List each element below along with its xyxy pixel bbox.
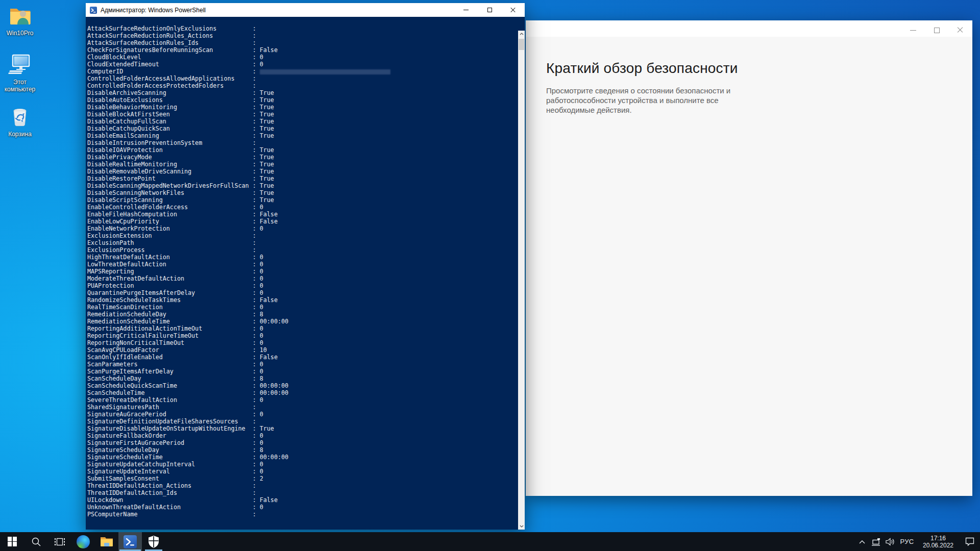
scrollbar-thumb[interactable]	[519, 39, 524, 50]
file-explorer-icon	[100, 536, 113, 547]
console-line: DisableArchiveScanning : True	[87, 89, 518, 96]
user-folder-icon	[8, 4, 32, 29]
tray-volume-button[interactable]	[883, 532, 897, 551]
console-line: HighThreatDefaultAction : 0	[87, 254, 518, 261]
task-view-icon	[54, 537, 65, 546]
console-line: RealTimeScanDirection : 0	[87, 304, 518, 311]
console-line: SignatureDefinitionUpdateFileSharesSourc…	[87, 418, 518, 425]
console-line: ExclusionExtension :	[87, 232, 518, 239]
window-title: Администратор: Windows PowerShell	[101, 7, 206, 14]
console-line: ScanParameters : 0	[87, 361, 518, 368]
powershell-icon	[124, 535, 137, 548]
powershell-titlebar[interactable]: Администратор: Windows PowerShell	[86, 3, 525, 17]
taskbar-edge-button[interactable]	[71, 532, 95, 551]
powershell-console[interactable]: AttackSurfaceReductionOnlyExclusions :At…	[86, 17, 525, 530]
security-close-button[interactable]	[952, 24, 968, 36]
computer-icon	[8, 53, 32, 78]
console-line: SignatureDisableUpdateOnStartupWithoutEn…	[87, 425, 518, 432]
powershell-minimize-button[interactable]	[454, 3, 478, 17]
console-line: SignatureUpdateCatchupInterval : 0	[87, 461, 518, 468]
tray-language-indicator[interactable]: РУС	[897, 532, 917, 551]
security-maximize-button[interactable]	[928, 24, 945, 36]
powershell-icon	[90, 7, 97, 14]
console-line: ComputerID :	[87, 68, 518, 75]
console-line: CheckForSignaturesBeforeRunningScan : Fa…	[87, 46, 518, 54]
console-line: AttackSurfaceReductionRules_Actions :	[87, 32, 518, 39]
windows-security-shield-icon	[148, 535, 160, 548]
desktop-icon-label: Win10Pro	[0, 30, 40, 37]
security-minimize-button[interactable]	[905, 24, 921, 36]
console-line: DisableBehaviorMonitoring : True	[87, 104, 518, 111]
console-line: SignatureUpdateInterval : 0	[87, 468, 518, 475]
console-line: PUAProtection : 0	[87, 282, 518, 289]
console-line: DisableRealtimeMonitoring : True	[87, 161, 518, 168]
console-line: EnableLowCpuPriority : False	[87, 218, 518, 225]
console-line: UILockdown : False	[87, 496, 518, 504]
console-line: DisableScriptScanning : True	[87, 196, 518, 204]
console-line: ReportingCriticalFailureTimeOut : 0	[87, 332, 518, 339]
console-scrollbar[interactable]	[518, 31, 525, 530]
console-line: SubmitSamplesConsent : 2	[87, 475, 518, 482]
console-line: SignatureScheduleDay : 8	[87, 446, 518, 454]
console-line: ReportingNonCriticalTimeOut : 0	[87, 339, 518, 346]
console-line: ControlledFolderAccessProtectedFolders :	[87, 82, 518, 89]
tray-time: 17:16	[930, 535, 946, 542]
powershell-close-button[interactable]	[501, 3, 525, 17]
desktop-icon-win10pro[interactable]: Win10Pro	[0, 4, 40, 37]
console-line: UnknownThreatDefaultAction : 0	[87, 504, 518, 511]
taskbar-windows-security-button[interactable]	[142, 532, 165, 551]
tray-date: 20.06.2022	[923, 542, 953, 549]
console-line: ThreatIDDefaultAction_Ids :	[87, 489, 518, 496]
search-icon	[31, 537, 41, 547]
system-tray: РУС 17:16 20.06.2022	[855, 532, 980, 551]
tray-show-hidden-icons-button[interactable]	[855, 532, 869, 551]
tray-network-button[interactable]	[869, 532, 883, 551]
console-line: ScanScheduleQuickScanTime : 00:00:00	[87, 382, 518, 389]
scroll-up-icon[interactable]	[518, 31, 525, 37]
windows-logo-icon	[8, 537, 17, 546]
console-line: SignatureFirstAuGracePeriod : 0	[87, 439, 518, 446]
console-output: AttackSurfaceReductionOnlyExclusions :At…	[87, 25, 518, 518]
powershell-maximize-button[interactable]	[478, 3, 501, 17]
console-line: DisableRestorePoint : True	[87, 175, 518, 182]
console-line: AttackSurfaceReductionRules_Ids :	[87, 39, 518, 46]
scroll-down-icon[interactable]	[518, 523, 525, 530]
close-icon	[957, 27, 963, 33]
tray-action-center-button[interactable]	[960, 532, 980, 551]
console-line: SevereThreatDefaultAction : 0	[87, 396, 518, 404]
console-line: DisableRemovableDriveScanning : True	[87, 168, 518, 175]
console-line: SignatureScheduleTime : 00:00:00	[87, 454, 518, 461]
console-line: RandomizeScheduleTaskTimes : False	[87, 296, 518, 304]
console-line: ReportingAdditionalActionTimeOut : 0	[87, 325, 518, 332]
taskbar-file-explorer-button[interactable]	[95, 532, 118, 551]
console-line: MAPSReporting : 0	[87, 268, 518, 275]
maximize-icon	[934, 28, 940, 33]
console-line: PSComputerName :	[87, 511, 518, 518]
windows-security-window: Краткий обзор безопасности Просмотрите с…	[526, 20, 972, 496]
powershell-window: Администратор: Windows PowerShell Attack…	[86, 3, 525, 530]
console-line: DisableScanningNetworkFiles : True	[87, 189, 518, 196]
start-button[interactable]	[0, 532, 24, 551]
desktop-icon-this-pc[interactable]: Этот компьютер	[0, 53, 40, 93]
task-view-button[interactable]	[48, 532, 71, 551]
console-line: DisableCatchupFullScan : True	[87, 118, 518, 125]
speaker-icon	[886, 538, 895, 546]
recycle-bin-icon	[8, 105, 32, 130]
console-line: EnableControlledFolderAccess : 0	[87, 204, 518, 211]
console-line: RemediationScheduleTime : 00:00:00	[87, 318, 518, 325]
network-icon	[871, 538, 880, 546]
taskbar-powershell-button[interactable]	[118, 532, 142, 551]
console-line: AttackSurfaceReductionOnlyExclusions :	[87, 25, 518, 32]
console-line: LowThreatDefaultAction : 0	[87, 261, 518, 268]
redacted-computer-id	[260, 69, 390, 74]
console-line: SharedSignaturesPath :	[87, 404, 518, 411]
maximize-icon	[487, 8, 492, 12]
console-line: CloudBlockLevel : 0	[87, 54, 518, 61]
console-line: ScanScheduleTime : 00:00:00	[87, 389, 518, 396]
action-center-icon	[965, 537, 974, 546]
desktop-icon-recycle-bin[interactable]: Корзина	[0, 105, 40, 138]
console-line: DisableIOAVProtection : True	[87, 146, 518, 154]
console-line: ScanOnlyIfIdleEnabled : False	[87, 354, 518, 361]
tray-clock[interactable]: 17:16 20.06.2022	[917, 532, 960, 551]
taskbar-search-button[interactable]	[24, 532, 48, 551]
